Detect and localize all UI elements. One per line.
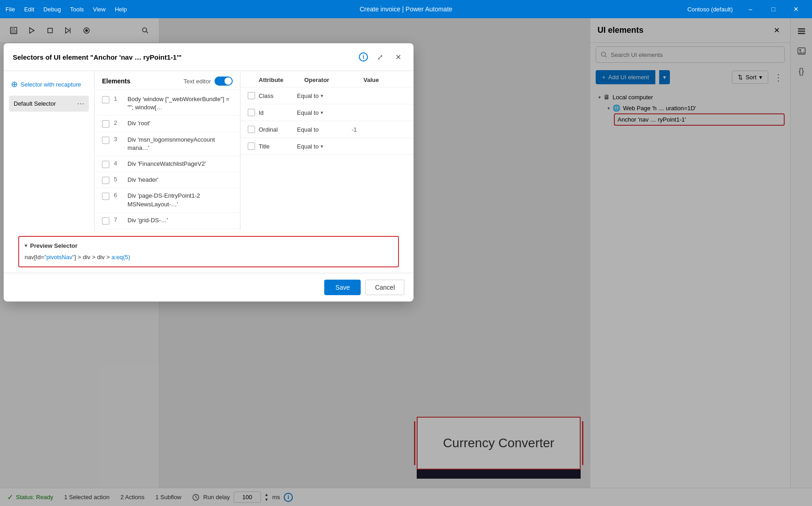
cancel-button[interactable]: Cancel [365,280,404,295]
elements-list: 1 Body 'window ["_webWorkerBundle"] = ""… [95,90,240,230]
operator-column-header: Operator [304,77,363,83]
more-icon[interactable]: ⋯ [77,99,84,108]
code-id-value: "pivotsNav" [44,254,74,261]
ordinal-attribute-name: Ordinal [259,126,297,133]
id-operator-dropdown[interactable]: Equal to ▾ [297,109,352,116]
title-right: Contoso (default) – □ ✕ [687,0,807,18]
ordinal-checkbox[interactable] [248,126,255,133]
id-operator-label: Equal to [297,109,319,116]
element-row: 2 Div 'root' [95,116,240,132]
save-button[interactable]: Save [324,280,361,295]
selector-recapture-label: Selector with recapture [20,81,81,88]
attribute-row-id: Id Equal to ▾ [240,104,414,121]
ordinal-operator-label: Equal to [297,126,319,133]
info-icon-button[interactable]: i [359,52,368,61]
menu-edit[interactable]: Edit [24,6,34,13]
element-number: 6 [114,192,123,199]
preview-code: nav[Id="pivotsNav"] > div > div > a:eq(5… [25,254,393,261]
modal-footer: Save Cancel [4,273,414,302]
elements-header: Elements Text editor [95,71,240,90]
element-number: 2 [114,119,123,126]
title-attribute-name: Title [259,143,297,150]
menu-view[interactable]: View [93,6,106,13]
maximize-button[interactable]: □ [763,0,784,18]
element-label-5: Div 'header' [128,176,158,184]
modal-header: Selectors of UI element "Anchor 'nav … r… [4,43,414,71]
class-attribute-name: Class [259,92,297,99]
element-number: 3 [114,136,123,143]
element-row: 5 Div 'header' [95,172,240,188]
code-nav: nav[Id= [25,254,44,261]
menu-tools[interactable]: Tools [70,6,84,13]
class-operator-dropdown[interactable]: Equal to ▾ [297,92,352,99]
selector-with-recapture-button[interactable]: ⊕ Selector with recapture [9,77,89,92]
attribute-row-title: Title Equal to ▾ [240,138,414,155]
element-row: 7 Div 'grid-DS-…' [95,213,240,229]
default-selector-item[interactable]: Default Selector ⋯ [9,96,89,112]
element-row: 4 Div 'FinanceWatchlistPageV2' [95,156,240,172]
element-label-6: Div 'page-DS-EntryPoint1-2 MSNewsLayout-… [128,192,233,208]
element-checkbox-3[interactable] [102,137,109,144]
element-label-1: Body 'window ["_webWorkerBundle"] = ""; … [128,95,233,112]
menu-debug[interactable]: Debug [43,6,61,13]
element-checkbox-7[interactable] [102,217,109,225]
element-row: 1 Body 'window ["_webWorkerBundle"] = ""… [95,92,240,116]
text-editor-row: Text editor [184,77,233,86]
text-editor-label: Text editor [184,78,211,85]
window-title: Create invoice | Power Automate [360,5,453,13]
code-rest: ] > div > div > [74,254,111,261]
modal-sidebar: ⊕ Selector with recapture Default Select… [4,71,95,230]
ordinal-value: -1 [352,126,357,133]
code-selector: a:eq(5) [112,254,130,261]
element-checkbox-5[interactable] [102,177,109,184]
text-editor-toggle[interactable] [214,77,233,86]
modal-dialog: Selectors of UI element "Anchor 'nav … r… [4,43,414,302]
element-number: 5 [114,176,123,183]
modal-title: Selectors of UI element "Anchor 'nav … r… [13,53,353,61]
preview-wrapper: ▾ Preview Selector nav[Id="pivotsNav"] >… [4,230,414,273]
minimize-button[interactable]: – [740,0,761,18]
modal-close-button[interactable]: ✕ [392,51,404,63]
chevron-icon: ▾ [25,243,27,249]
title-bar: File Edit Debug Tools View Help Create i… [0,0,812,18]
element-checkbox-4[interactable] [102,161,109,168]
element-label-3: Div 'msn_logomsnmoneyAccount mana…' [128,136,233,152]
chevron-down-icon: ▾ [321,93,323,99]
close-button[interactable]: ✕ [786,0,807,18]
element-label-7: Div 'grid-DS-…' [128,216,168,225]
element-checkbox-1[interactable] [102,96,109,103]
add-circle-icon: ⊕ [11,79,18,89]
attributes-header-row: Attribute Operator Value [240,71,414,87]
element-checkbox-6[interactable] [102,193,109,200]
attribute-row-class: Class Equal to ▾ [240,87,414,104]
id-attribute-name: Id [259,109,297,116]
attribute-row-ordinal: Ordinal Equal to -1 [240,121,414,138]
expand-button[interactable]: ⤢ [373,51,386,63]
id-checkbox[interactable] [248,109,255,116]
element-row: 6 Div 'page-DS-EntryPoint1-2 MSNewsLayou… [95,188,240,212]
title-checkbox[interactable] [248,143,255,150]
preview-title[interactable]: ▾ Preview Selector [25,242,393,249]
ordinal-operator: Equal to [297,126,352,133]
menu-help[interactable]: Help [115,6,127,13]
value-column-header: Value [363,77,406,83]
modal-body: ⊕ Selector with recapture Default Select… [4,71,414,230]
elements-panel: Elements Text editor 1 Body 'window ["_w… [95,71,240,230]
default-selector-label: Default Selector [14,100,56,107]
title-operator-label: Equal to [297,143,319,150]
title-operator-dropdown[interactable]: Equal to ▾ [297,143,352,150]
class-checkbox[interactable] [248,92,255,99]
menu-file[interactable]: File [5,6,15,13]
menu-bar: File Edit Debug Tools View Help [5,6,127,13]
attributes-panel: Attribute Operator Value Class Equal to … [240,71,414,230]
user-account[interactable]: Contoso (default) [687,6,733,13]
element-checkbox-2[interactable] [102,120,109,128]
chevron-down-icon: ▾ [321,143,323,149]
attribute-column-header: Attribute [259,77,304,83]
class-operator-label: Equal to [297,92,319,99]
window-controls: – □ ✕ [740,0,807,18]
preview-title-label: Preview Selector [30,242,77,249]
element-row: 3 Div 'msn_logomsnmoneyAccount mana…' [95,132,240,156]
elements-title: Elements [102,77,130,85]
element-label-4: Div 'FinanceWatchlistPageV2' [128,160,206,168]
